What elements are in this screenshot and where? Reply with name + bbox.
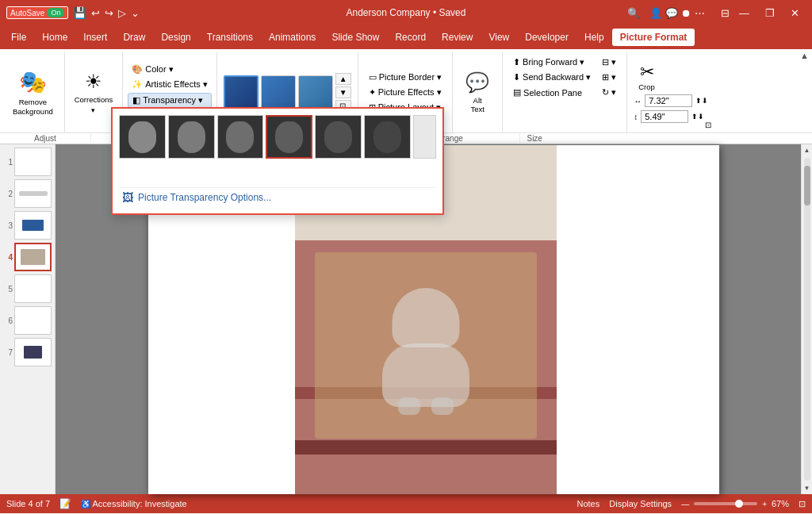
undo-icon[interactable]: ↩: [91, 7, 100, 19]
transparency-option-extra[interactable]: [413, 115, 436, 159]
transparency-button[interactable]: ◧ Transparency ▾: [128, 93, 212, 108]
slide-preview-2[interactable]: [14, 179, 52, 208]
slide-preview-4[interactable]: [14, 243, 52, 271]
record-icon[interactable]: ⏺: [681, 7, 691, 19]
autosave-badge[interactable]: AutoSave On: [6, 6, 68, 19]
menu-home[interactable]: Home: [34, 29, 75, 46]
slide-preview-5[interactable]: [14, 274, 52, 303]
picture-effects-button[interactable]: ✦ Picture Effects ▾: [365, 86, 446, 99]
zoom-thumb[interactable]: [735, 500, 743, 508]
vertical-scrollbar[interactable]: ▲ ▼: [801, 144, 812, 494]
status-left: Slide 4 of 7 📝 ♿ Accessibility: Investig…: [6, 498, 187, 509]
menu-slideshow[interactable]: Slide Show: [324, 29, 387, 46]
width-row: ↔ ⬆⬇: [634, 94, 708, 107]
transparency-option-80[interactable]: [364, 115, 411, 159]
menu-picture-format[interactable]: Picture Format: [612, 29, 695, 46]
menu-view[interactable]: View: [481, 29, 517, 46]
size-expand-button[interactable]: ⊡: [705, 121, 711, 129]
menu-draw[interactable]: Draw: [115, 29, 153, 46]
transparency-option-50[interactable]: Transparency: 50%: [266, 115, 312, 159]
display-settings-button[interactable]: Display Settings: [609, 499, 672, 508]
ribbon-icon[interactable]: ⊟: [721, 7, 730, 19]
alt-text-label: AltText: [470, 96, 484, 113]
menu-insert[interactable]: Insert: [75, 29, 115, 46]
height-spinner[interactable]: ⬆⬇: [691, 113, 704, 121]
present-icon[interactable]: ▷: [118, 7, 126, 19]
crop-button[interactable]: ✂ Crop: [634, 62, 660, 91]
save-icon[interactable]: 💾: [73, 6, 86, 19]
accessibility-status[interactable]: ♿ Accessibility: Investigate: [81, 499, 187, 508]
slide-thumb-4[interactable]: 4: [3, 243, 52, 271]
transparency-footer-label[interactable]: Picture Transparency Options...: [138, 192, 271, 203]
menu-help[interactable]: Help: [576, 29, 612, 46]
slide-thumb-1[interactable]: 1: [3, 148, 52, 176]
notes-icon[interactable]: 📝: [59, 498, 71, 509]
search-icon[interactable]: 🔍: [627, 7, 640, 19]
restore-button[interactable]: ❐: [759, 5, 781, 21]
ribbon-collapse-button[interactable]: ▲: [800, 51, 809, 60]
slide-thumb-7[interactable]: 7: [3, 338, 52, 366]
send-backward-button[interactable]: ⬇ Send Backward ▾: [509, 71, 595, 84]
group-button[interactable]: ⊞▾: [598, 71, 620, 84]
minimize-button[interactable]: —: [733, 5, 756, 21]
bring-forward-button[interactable]: ⬆ Bring Forward ▾: [509, 56, 595, 69]
scroll-down-arrow[interactable]: ▼: [802, 482, 812, 494]
menu-review[interactable]: Review: [434, 29, 481, 46]
slide-preview-7[interactable]: [14, 338, 52, 366]
menu-transitions[interactable]: Transitions: [199, 29, 261, 46]
zoom-fit-button[interactable]: ⊡: [799, 499, 806, 509]
slide-thumb-5[interactable]: 5: [3, 274, 52, 303]
picture-border-button[interactable]: ▭ Picture Border ▾: [365, 71, 446, 84]
menu-file[interactable]: File: [3, 29, 34, 46]
slide-preview-1[interactable]: [14, 148, 52, 176]
width-spinner[interactable]: ⬆⬇: [695, 97, 708, 105]
slide-thumb-6[interactable]: 6: [3, 306, 52, 335]
style-thumb-2[interactable]: [261, 75, 296, 110]
transparency-option-65[interactable]: [315, 115, 362, 159]
style-thumb-1[interactable]: [224, 75, 259, 110]
transparency-footer[interactable]: 🖼 Picture Transparency Options...: [119, 187, 436, 207]
slide-preview-3[interactable]: [14, 211, 52, 240]
transparency-label: Transparency ▾: [143, 95, 203, 105]
selection-pane-button[interactable]: ▤ Selection Pane: [509, 86, 595, 99]
redo-icon[interactable]: ↪: [105, 7, 113, 19]
slide-num-4: 4: [3, 253, 13, 262]
zoom-out-icon[interactable]: —: [681, 500, 689, 508]
style-down-arrow[interactable]: ▼: [335, 86, 351, 98]
more-tools-icon[interactable]: ⌄: [131, 7, 140, 19]
slide-thumb-2[interactable]: 2: [3, 179, 52, 208]
height-input[interactable]: [641, 110, 688, 123]
comments-icon[interactable]: 💬: [665, 7, 678, 19]
width-input[interactable]: [645, 94, 692, 107]
alt-text-button[interactable]: 💬 AltText: [459, 68, 496, 117]
menu-design[interactable]: Design: [153, 29, 198, 46]
rotate-button[interactable]: ↻▾: [598, 86, 620, 99]
scroll-thumb[interactable]: [804, 166, 810, 205]
title-bar-left: AutoSave On 💾 ↩ ↪ ▷ ⌄: [6, 6, 140, 19]
notes-button[interactable]: Notes: [577, 499, 600, 508]
artistic-effects-button[interactable]: ✨ Artistic Effects ▾: [128, 78, 212, 91]
menu-developer[interactable]: Developer: [517, 29, 576, 46]
transparency-option-15[interactable]: [168, 115, 215, 159]
scroll-up-arrow[interactable]: ▲: [802, 144, 812, 156]
align-button[interactable]: ⊟▾: [598, 56, 620, 69]
menu-animations[interactable]: Animations: [261, 29, 324, 46]
share-icon[interactable]: 👤: [649, 7, 662, 19]
remove-background-button[interactable]: 🎭 RemoveBackground: [6, 66, 59, 119]
color-button[interactable]: 🎨 Color ▾: [128, 63, 212, 76]
more-options-icon[interactable]: ⋯: [695, 7, 705, 19]
zoom-control: — + 67%: [681, 499, 789, 508]
accessibility-group: 💬 AltText: [453, 52, 503, 132]
bring-forward-icon: ⬆: [513, 57, 520, 67]
transparency-option-0[interactable]: [119, 115, 166, 159]
zoom-slider[interactable]: [694, 502, 757, 505]
zoom-in-icon[interactable]: +: [762, 500, 767, 508]
slide-preview-6[interactable]: [14, 306, 52, 335]
transparency-option-30[interactable]: [217, 115, 264, 159]
autosave-toggle[interactable]: On: [47, 8, 64, 17]
menu-record[interactable]: Record: [387, 29, 434, 46]
style-up-arrow[interactable]: ▲: [335, 73, 351, 85]
style-thumb-3[interactable]: [298, 75, 333, 110]
slide-thumb-3[interactable]: 3: [3, 211, 52, 240]
close-button[interactable]: ✕: [784, 5, 806, 21]
